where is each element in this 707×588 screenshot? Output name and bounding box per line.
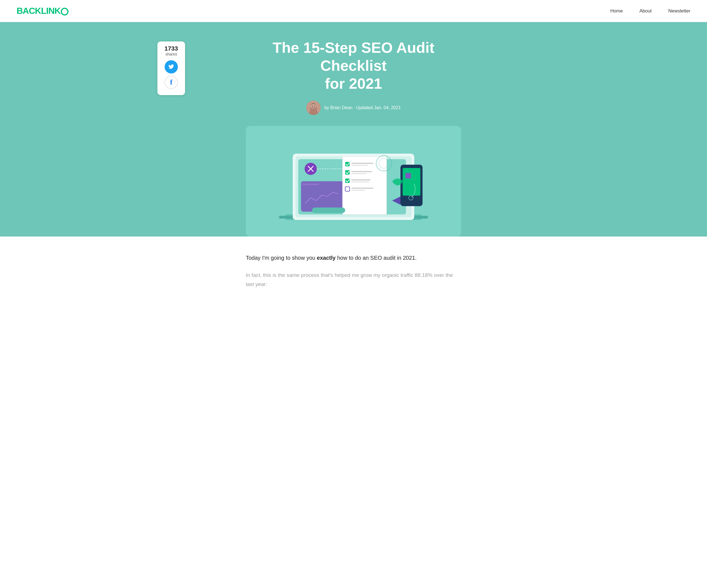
svg-rect-35	[312, 207, 345, 213]
twitter-icon	[168, 64, 174, 70]
nav-links: Home About Newsletter	[610, 8, 691, 14]
nav-about[interactable]: About	[639, 8, 651, 13]
svg-point-2	[311, 104, 316, 109]
author-avatar	[306, 101, 321, 115]
hero-inner: 1733 shares f The 15-Step SEO Audit Chec…	[202, 39, 505, 236]
svg-point-4	[312, 106, 313, 107]
svg-rect-23	[345, 187, 350, 191]
svg-rect-21	[351, 179, 371, 181]
nav-home[interactable]: Home	[610, 8, 623, 13]
svg-rect-24	[351, 188, 373, 189]
share-label: shares	[162, 52, 180, 56]
twitter-share-button[interactable]	[165, 60, 178, 73]
hero-illustration	[257, 137, 450, 236]
svg-rect-11	[301, 181, 345, 211]
nav-newsletter[interactable]: Newsletter	[668, 8, 691, 13]
author-meta: by Brian Dean · Updated Jan. 04, 2021	[325, 105, 401, 110]
secondary-paragraph: In fact, this is the same process that's…	[246, 271, 461, 289]
author-row: by Brian Dean · Updated Jan. 04, 2021	[202, 101, 505, 115]
logo-o	[61, 8, 68, 15]
share-count: 1733	[162, 45, 180, 52]
author-avatar-image	[306, 101, 321, 115]
svg-rect-12	[302, 184, 319, 185]
svg-rect-22	[351, 182, 369, 183]
content-section: Today I'm going to show you exactly how …	[235, 253, 472, 289]
svg-rect-19	[351, 173, 367, 174]
intro-bold: exactly	[317, 255, 336, 261]
intro-paragraph: Today I'm going to show you exactly how …	[246, 253, 461, 262]
svg-rect-25	[351, 190, 365, 191]
share-box: 1733 shares f	[158, 41, 185, 95]
facebook-icon: f	[170, 78, 173, 87]
navbar: BACKLINK Home About Newsletter	[0, 0, 707, 22]
page-title: The 15-Step SEO Audit Checklist for 2021	[257, 39, 450, 92]
svg-rect-15	[351, 163, 373, 164]
hero-section: 1733 shares f The 15-Step SEO Audit Chec…	[0, 22, 707, 236]
svg-rect-32	[405, 173, 411, 178]
hero-image-card	[246, 126, 461, 236]
svg-rect-16	[351, 165, 368, 166]
facebook-share-button[interactable]: f	[165, 76, 178, 89]
svg-point-5	[314, 106, 315, 107]
svg-rect-31	[403, 168, 420, 196]
site-logo[interactable]: BACKLINK	[16, 6, 68, 16]
logo-text: BACKLINK	[16, 6, 61, 16]
svg-rect-18	[351, 171, 372, 172]
